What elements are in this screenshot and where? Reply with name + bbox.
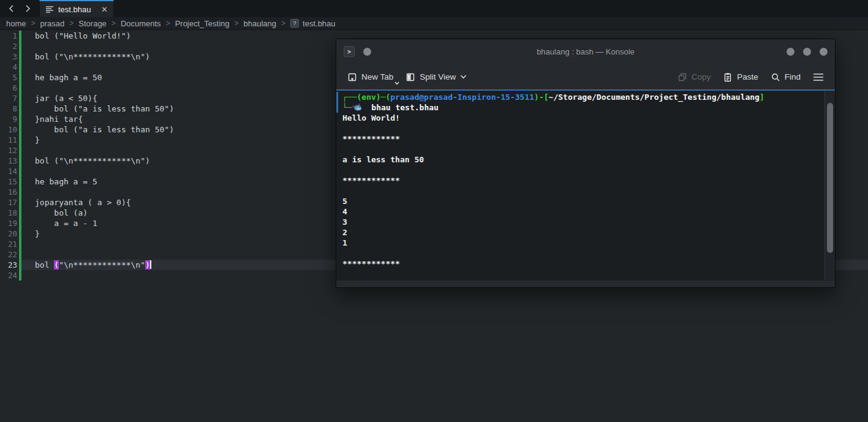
chevron-down-icon	[394, 81, 399, 85]
close-button[interactable]	[820, 48, 828, 56]
window-titlebar[interactable]: > bhaulang : bash — Konsole	[336, 39, 835, 64]
line-number: 9	[0, 114, 17, 124]
breadcrumb-separator: >	[235, 19, 239, 28]
konsole-window: > bhaulang : bash — Konsole New Tab Spli…	[336, 39, 836, 288]
konsole-app-icon: >	[344, 46, 355, 57]
breadcrumb-item-storage[interactable]: Storage	[78, 19, 107, 28]
line-number: 21	[0, 239, 17, 249]
copy-button[interactable]: Copy	[673, 69, 716, 86]
scrollbar-thumb[interactable]	[827, 103, 833, 253]
copy-icon	[677, 72, 687, 82]
terminal-line: 2	[340, 227, 825, 238]
tab-close-icon[interactable]: ✕	[101, 6, 108, 13]
line-number: 13	[0, 156, 17, 166]
find-button[interactable]: Find	[766, 69, 806, 86]
menu-button[interactable]	[808, 69, 829, 85]
whale-emoji-icon	[352, 103, 362, 111]
chevron-down-icon	[460, 75, 467, 79]
find-icon	[771, 72, 780, 82]
breadcrumb-label: Project_Testing	[175, 19, 230, 28]
current-line-number: 23	[0, 260, 17, 270]
text-cursor	[150, 260, 151, 269]
terminal-line	[340, 165, 825, 175]
line-number: 12	[0, 145, 17, 156]
tab-bar: test.bhau ✕	[0, 0, 868, 17]
breadcrumb-separator: >	[111, 19, 116, 28]
new-tab-icon	[347, 72, 357, 82]
new-tab-button[interactable]: New Tab	[342, 69, 398, 86]
breadcrumb-item-home[interactable]: home	[6, 19, 26, 28]
line-number: 4	[0, 62, 17, 72]
breadcrumb-separator: >	[31, 19, 36, 28]
line-number: 20	[0, 228, 17, 239]
paste-label: Paste	[737, 72, 758, 81]
document-lines-icon	[45, 6, 54, 13]
breadcrumb-separator: >	[281, 19, 285, 28]
copy-label: Copy	[692, 72, 711, 81]
terminal-line: 4	[340, 206, 825, 217]
terminal-line: a is less than 50	[340, 154, 825, 165]
screen: test.bhau ✕ home>prasad>Storage>Document…	[0, 0, 868, 422]
line-number: 11	[0, 135, 17, 145]
terminal-line: 3	[340, 217, 825, 227]
breadcrumb-item-project_testing[interactable]: Project_Testing	[175, 19, 230, 28]
forward-button[interactable]	[20, 0, 36, 17]
tab-test-bhau[interactable]: test.bhau ✕	[39, 0, 114, 17]
breadcrumb-item-documents[interactable]: Documents	[121, 19, 161, 28]
line-number: 2	[0, 41, 17, 51]
terminal-line: └─ bhau test.bhau	[340, 102, 825, 113]
line-number: 10	[0, 124, 17, 135]
terminal-line: ┌──(env)─(prasad@prasad-Inspiron-15-3511…	[340, 92, 825, 102]
terminal-screen[interactable]: ┌──(env)─(prasad@prasad-Inspiron-15-3511…	[336, 91, 825, 280]
breadcrumb-separator: >	[166, 19, 170, 28]
line-number: 8	[0, 104, 17, 114]
line-number: 5	[0, 72, 17, 83]
split-view-icon	[406, 72, 415, 82]
split-view-button[interactable]: Split View	[401, 69, 472, 86]
split-view-label: Split View	[420, 72, 456, 81]
terminal-line	[340, 248, 825, 258]
paste-icon	[723, 72, 733, 82]
breadcrumb-item-bhaulang[interactable]: bhaulang	[244, 19, 277, 28]
line-number: 17	[0, 197, 17, 208]
breadcrumb: home>prasad>Storage>Documents>Project_Te…	[0, 17, 868, 30]
breadcrumb-label: Documents	[121, 19, 161, 28]
back-chevron-icon	[7, 4, 16, 13]
unknown-filetype-icon: ?	[290, 19, 299, 28]
breadcrumb-label: prasad	[40, 19, 65, 28]
line-number: 6	[0, 83, 17, 93]
breadcrumb-label: bhaulang	[244, 19, 277, 28]
titlebar-pin-button[interactable]	[363, 48, 371, 56]
window-title: bhaulang : bash — Konsole	[336, 47, 835, 56]
line-number: 15	[0, 176, 17, 187]
forward-chevron-icon	[23, 4, 32, 13]
find-label: Find	[785, 72, 801, 81]
window-bottom-frame	[336, 280, 835, 287]
breadcrumb-label: Storage	[78, 19, 107, 28]
hamburger-menu-icon	[813, 73, 824, 81]
line-number: 16	[0, 187, 17, 197]
back-button[interactable]	[4, 0, 20, 17]
tab-title: test.bhau	[58, 5, 91, 14]
line-number: 3	[0, 51, 17, 62]
command-indicator-bar	[336, 92, 338, 113]
minimize-button[interactable]	[787, 48, 794, 56]
line-number: 1	[0, 31, 17, 41]
line-number: 22	[0, 249, 17, 260]
terminal-scrollbar[interactable]	[825, 91, 835, 280]
breadcrumb-item-prasad[interactable]: prasad	[40, 19, 65, 28]
breadcrumb-label: home	[6, 19, 26, 28]
breadcrumb-item-test.bhau[interactable]: ?test.bhau	[290, 19, 336, 28]
terminal-line: ************	[340, 134, 825, 144]
terminal-line	[340, 144, 825, 154]
line-number: 24	[0, 270, 17, 281]
maximize-button[interactable]	[803, 48, 811, 56]
terminal-line: ************	[340, 258, 825, 269]
paste-button[interactable]: Paste	[718, 69, 763, 86]
line-number: 19	[0, 218, 17, 228]
konsole-toolbar: New Tab Split View Copy Paste Find	[336, 64, 835, 89]
terminal-line: 1	[340, 238, 825, 248]
line-number: 18	[0, 208, 17, 218]
line-number: 7	[0, 93, 17, 104]
terminal-screen-lines: ┌──(env)─(prasad@prasad-Inspiron-15-3511…	[340, 92, 825, 269]
